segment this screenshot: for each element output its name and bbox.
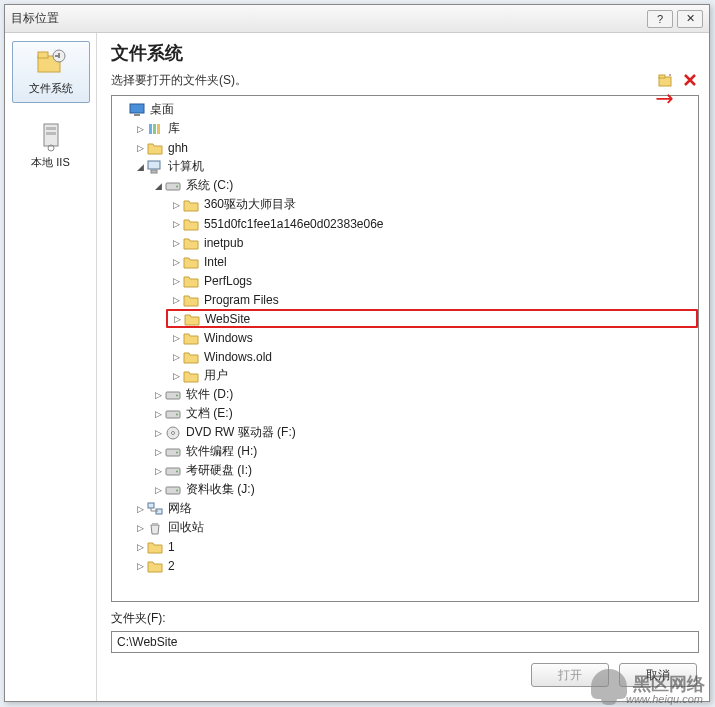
- tree-network[interactable]: ▷ 网络: [134, 499, 698, 518]
- collapse-icon[interactable]: ◢: [152, 180, 164, 192]
- expand-icon[interactable]: ▷: [170, 218, 182, 230]
- tree-folder[interactable]: ▷360驱动大师目录: [170, 195, 698, 214]
- expand-icon[interactable]: ▷: [170, 332, 182, 344]
- expand-icon[interactable]: ▷: [152, 389, 164, 401]
- tree-recycle[interactable]: ▷ 回收站: [134, 518, 698, 537]
- expand-icon[interactable]: ▷: [171, 313, 183, 325]
- tree-folder[interactable]: ▷用户: [170, 366, 698, 385]
- drive-icon: [165, 178, 181, 194]
- expand-icon[interactable]: ▷: [170, 199, 182, 211]
- expand-icon[interactable]: ▷: [170, 294, 182, 306]
- folder-icon: [183, 216, 199, 232]
- nav-filesystem[interactable]: 文件系统: [12, 41, 90, 103]
- folder-icon: [183, 235, 199, 251]
- drive-icon: [165, 387, 181, 403]
- tree-drive[interactable]: ▷文档 (E:): [152, 404, 698, 423]
- tree-folder[interactable]: ▷551d0fc1fee1a146e0d02383e06e: [170, 214, 698, 233]
- tree-drive[interactable]: ▷考研硬盘 (I:): [152, 461, 698, 480]
- tree-drive[interactable]: ▷软件编程 (H:): [152, 442, 698, 461]
- svg-point-25: [172, 431, 175, 434]
- folder-icon: [147, 558, 163, 574]
- tree-folder[interactable]: ▷Intel: [170, 252, 698, 271]
- svg-point-19: [176, 185, 178, 187]
- expand-icon[interactable]: ▷: [170, 275, 182, 287]
- folder-icon: [183, 368, 199, 384]
- expand-icon[interactable]: ▷: [134, 522, 146, 534]
- expand-icon[interactable]: ▷: [152, 465, 164, 477]
- window-title: 目标位置: [11, 10, 59, 27]
- tree-folder[interactable]: ▷Windows: [170, 328, 698, 347]
- svg-rect-10: [659, 75, 665, 78]
- tree-drive-c[interactable]: ◢ 系统 (C:): [152, 176, 698, 195]
- collapse-icon[interactable]: [116, 104, 128, 116]
- svg-rect-4: [55, 55, 60, 57]
- folder-icon: [183, 292, 199, 308]
- left-nav: 文件系统 本地 IIS: [5, 33, 97, 701]
- svg-point-29: [176, 470, 178, 472]
- new-folder-button[interactable]: [657, 71, 675, 89]
- page-heading: 文件系统: [111, 41, 699, 65]
- tree-drive[interactable]: ▷软件 (D:): [152, 385, 698, 404]
- folder-icon: [147, 539, 163, 555]
- expand-icon[interactable]: ▷: [170, 370, 182, 382]
- tree-folder[interactable]: ▷PerfLogs: [170, 271, 698, 290]
- svg-rect-12: [134, 114, 140, 116]
- nav-local-iis[interactable]: 本地 IIS: [12, 115, 90, 177]
- tree-folder[interactable]: ▷Windows.old: [170, 347, 698, 366]
- collapse-icon[interactable]: ◢: [134, 161, 146, 173]
- open-button[interactable]: 打开: [531, 663, 609, 687]
- drive-icon: [165, 463, 181, 479]
- network-icon: [147, 501, 163, 517]
- tree-drive[interactable]: ▷资料收集 (J:): [152, 480, 698, 499]
- folder-icon: [183, 349, 199, 365]
- tree-folder-2[interactable]: ▷ 2: [134, 556, 698, 575]
- expand-icon[interactable]: ▷: [152, 427, 164, 439]
- tree-folder[interactable]: ▷inetpub: [170, 233, 698, 252]
- svg-rect-17: [151, 170, 157, 173]
- expand-icon[interactable]: ▷: [134, 142, 146, 154]
- expand-icon[interactable]: ▷: [152, 408, 164, 420]
- tree-libraries[interactable]: ▷ 库: [134, 119, 698, 138]
- tree-computer[interactable]: ◢ 计算机: [134, 157, 698, 176]
- tree-folder[interactable]: ▷Program Files: [170, 290, 698, 309]
- tree-ghh[interactable]: ▷ ghh: [134, 138, 698, 157]
- expand-icon[interactable]: ▷: [170, 256, 182, 268]
- drive-icon: [165, 444, 181, 460]
- svg-rect-34: [152, 523, 158, 525]
- folder-tree[interactable]: 桌面 ▷ 库 ▷ ghh: [111, 95, 699, 602]
- delete-button[interactable]: [681, 71, 699, 89]
- folder-path-input[interactable]: [111, 631, 699, 653]
- help-button[interactable]: ?: [647, 10, 673, 28]
- svg-rect-16: [148, 161, 160, 169]
- expand-icon[interactable]: ▷: [170, 351, 182, 363]
- expand-icon[interactable]: ▷: [134, 541, 146, 553]
- close-button[interactable]: ✕: [677, 10, 703, 28]
- nav-label: 本地 IIS: [31, 155, 70, 170]
- expand-icon[interactable]: ▷: [152, 484, 164, 496]
- filesystem-icon: [35, 46, 67, 78]
- folder-icon: [183, 273, 199, 289]
- drive-icon: [165, 406, 181, 422]
- expand-icon[interactable]: ▷: [152, 446, 164, 458]
- expand-icon[interactable]: ▷: [170, 237, 182, 249]
- tree-drive[interactable]: ▷DVD RW 驱动器 (F:): [152, 423, 698, 442]
- svg-point-21: [176, 394, 178, 396]
- tree-desktop[interactable]: 桌面: [116, 100, 698, 119]
- folder-icon: [183, 254, 199, 270]
- folder-icon: [147, 140, 163, 156]
- svg-rect-14: [153, 124, 156, 134]
- tree-folder-1[interactable]: ▷ 1: [134, 537, 698, 556]
- expand-icon[interactable]: ▷: [134, 123, 146, 135]
- folder-icon: [184, 311, 200, 327]
- cancel-button[interactable]: 取消: [619, 663, 697, 687]
- tree-folder[interactable]: ▷WebSite: [166, 309, 698, 328]
- expand-icon[interactable]: ▷: [134, 503, 146, 515]
- watermark-url: www.heiqu.com: [626, 693, 703, 705]
- svg-point-31: [176, 489, 178, 491]
- drive-icon: [165, 482, 181, 498]
- svg-rect-1: [38, 52, 48, 58]
- page-subheading: 选择要打开的文件夹(S)。: [111, 72, 247, 89]
- folder-path-label: 文件夹(F):: [111, 610, 699, 627]
- expand-icon[interactable]: ▷: [134, 560, 146, 572]
- svg-point-23: [176, 413, 178, 415]
